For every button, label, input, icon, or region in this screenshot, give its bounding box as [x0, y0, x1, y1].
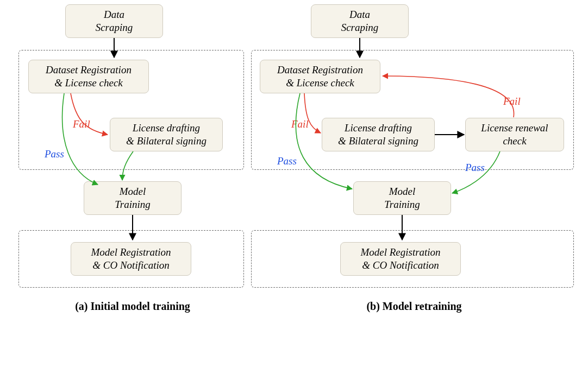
label-fail-b1: Fail	[291, 118, 309, 130]
text: License drafting & Bilateral signing	[338, 122, 418, 148]
label-fail-b2: Fail	[503, 96, 521, 107]
box-dataset-registration-b: Dataset Registration & License check	[260, 60, 380, 93]
box-license-drafting-a: License drafting & Bilateral signing	[110, 118, 223, 151]
text: Data Scraping	[341, 8, 379, 34]
text: Model Training	[115, 185, 150, 211]
box-license-drafting-b: License drafting & Bilateral signing	[322, 118, 435, 151]
label-pass-b2: Pass	[465, 162, 485, 174]
box-dataset-registration-a: Dataset Registration & License check	[28, 60, 149, 93]
caption-b: (b) Model retraining	[327, 300, 501, 313]
text: Data Scraping	[96, 8, 133, 34]
text: Model Training	[384, 185, 420, 211]
text: Model Registration & CO Notification	[360, 246, 440, 272]
text: Dataset Registration & License check	[277, 64, 363, 90]
box-data-scraping-b: Data Scraping	[311, 4, 409, 38]
text: License drafting & Bilateral signing	[126, 122, 207, 148]
label-pass-b1: Pass	[277, 155, 297, 167]
text: License renewal check	[481, 122, 548, 148]
label-fail-a: Fail	[73, 118, 90, 130]
box-model-training-b: Model Training	[353, 181, 451, 215]
box-license-renewal-b: License renewal check	[465, 118, 564, 151]
text: Model Registration & CO Notification	[91, 246, 171, 272]
box-model-training-a: Model Training	[84, 181, 182, 215]
caption-a: (a) Initial model training	[46, 300, 220, 313]
diagram-root: Data Scraping Dataset Registration & Lic…	[0, 0, 588, 368]
box-model-registration-a: Model Registration & CO Notification	[71, 242, 191, 276]
label-pass-a: Pass	[45, 148, 64, 160]
text: Dataset Registration & License check	[46, 64, 132, 90]
box-model-registration-b: Model Registration & CO Notification	[340, 242, 461, 276]
box-data-scraping-a: Data Scraping	[65, 4, 163, 38]
